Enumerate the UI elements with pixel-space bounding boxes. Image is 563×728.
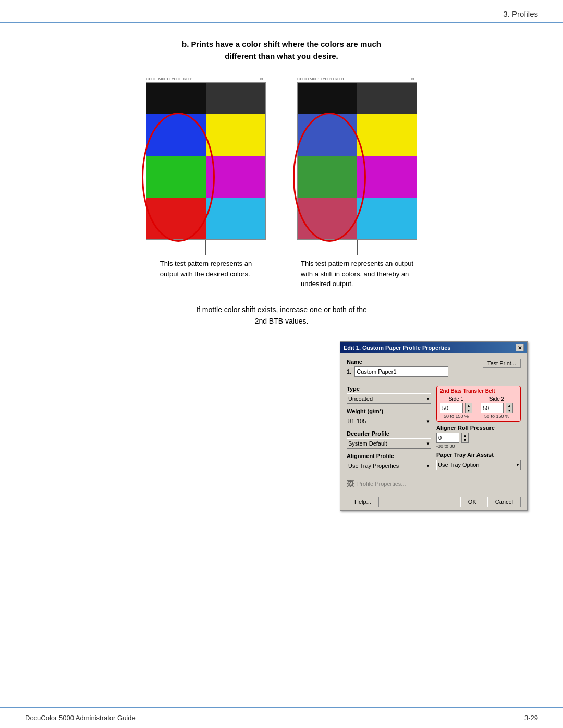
aligner-spin-down[interactable]: ▼ — [462, 438, 468, 442]
aligner-input[interactable] — [436, 433, 459, 443]
cell-cyan-right-2 — [357, 198, 417, 239]
type-select[interactable]: Uncoated — [347, 393, 431, 404]
side2-spinbox-row: ▲ ▼ — [481, 403, 513, 413]
cell-dark-right-2 — [357, 83, 417, 114]
aligner-section: Aligner Roll Pressure ▲ ▼ -30 to 30 — [436, 425, 521, 449]
aligner-spinbox-row: ▲ ▼ — [436, 433, 521, 443]
alignment-label: Alignment Profile — [347, 453, 431, 459]
intro-line2: different than what you desire. — [25, 51, 538, 63]
weight-section: Weight (g/m²) 81-105 ▼ — [347, 408, 431, 426]
aligner-spin-btns: ▲ ▼ — [461, 433, 469, 443]
cell-blue-faded-left — [298, 114, 357, 156]
caption-right-line3: undesired output. — [301, 280, 353, 288]
side2-range: 50 to 150 % — [484, 414, 509, 419]
side1-input[interactable] — [440, 403, 463, 413]
name-input-row: 1. — [347, 366, 448, 377]
header-title: 3. Profiles — [503, 9, 538, 18]
weight-select[interactable]: 81-105 — [347, 416, 431, 426]
aligner-label: Aligner Roll Pressure — [436, 425, 521, 431]
alignment-select-wrapper: Use Tray Properties ▼ — [347, 461, 431, 471]
type-label: Type — [347, 386, 431, 392]
side2-label: Side 2 — [489, 396, 504, 402]
pattern-caption-right: This test pattern represents an output w… — [301, 258, 413, 289]
arrow-line-right — [357, 240, 358, 255]
pattern-left: C001+M001+Y001+K001 I&L This test — [146, 77, 266, 279]
name-number: 1. — [347, 368, 351, 375]
caption-right-line2: with a shift in colors, and thereby an — [301, 270, 409, 278]
cell-magenta-right — [206, 156, 265, 198]
type-select-wrapper: Uncoated ▼ — [347, 393, 431, 404]
dialog-body: Name 1. Test Print... — [340, 353, 527, 493]
name-label: Name — [347, 359, 448, 365]
right-col: 2nd Bias Transfer Belt Side 1 ▲ ▼ — [436, 386, 521, 475]
top-label-right-right: I&L — [411, 77, 417, 81]
side1-spinbox-row: ▲ ▼ — [440, 403, 472, 413]
top-label-right-left: C001+M001+Y001+K001 — [297, 77, 345, 81]
grid-top-labels-right: C001+M001+Y001+K001 I&L — [297, 77, 417, 81]
side2-input[interactable] — [481, 403, 504, 413]
body-line1: If mottle color shift exists, increase o… — [25, 304, 538, 315]
cell-red-faded-left — [298, 198, 357, 239]
alignment-section: Alignment Profile Use Tray Properties ▼ — [347, 453, 431, 471]
test-print-button[interactable]: Test Print... — [483, 359, 521, 368]
pattern-right: C001+M001+Y001+K001 I&L This test — [297, 77, 417, 289]
dialog-wrapper: Edit 1. Custom Paper Profile Properties … — [25, 341, 528, 511]
cell-yellow-right — [206, 114, 265, 156]
side2-spin-up[interactable]: ▲ — [506, 403, 512, 408]
type-section: Type Uncoated ▼ — [347, 386, 431, 404]
top-label-left-right: I&L — [260, 77, 266, 81]
alignment-select[interactable]: Use Tray Properties — [347, 461, 431, 471]
side1-range: 50 to 150 % — [444, 414, 469, 419]
side1-spin-up[interactable]: ▲ — [466, 403, 472, 408]
ok-button[interactable]: OK — [460, 497, 484, 507]
dialog-bottom-row: Help... OK Cancel — [340, 493, 527, 510]
intro-line1: b. Prints have a color shift where the c… — [25, 39, 538, 51]
name-input[interactable] — [354, 366, 448, 377]
cell-red-left — [146, 198, 206, 239]
footer-right: 3-29 — [524, 714, 538, 722]
section-divider-1 — [347, 381, 521, 381]
color-grid-wrapper-left — [146, 82, 266, 240]
decurler-select-wrapper: System Default ▼ — [347, 438, 431, 449]
paper-tray-select[interactable]: Use Tray Option — [436, 460, 521, 470]
cell-yellow-right-2 — [357, 114, 417, 156]
grid-top-labels-left: C001+M001+Y001+K001 I&L — [146, 77, 266, 81]
btb-title: 2nd Bias Transfer Belt — [440, 388, 517, 394]
decurler-section: Decurler Profile System Default ▼ — [347, 430, 431, 449]
main-content: b. Prints have a color shift where the c… — [0, 23, 563, 532]
top-label-left-left: C001+M001+Y001+K001 — [146, 77, 193, 81]
cell-black-left-2 — [298, 83, 357, 114]
weight-select-wrapper: 81-105 ▼ — [347, 416, 431, 426]
paper-tray-section: Paper Tray Air Assist Use Tray Option ▼ — [436, 452, 521, 470]
weight-label: Weight (g/m²) — [347, 408, 431, 414]
color-grid-right — [297, 82, 417, 240]
cell-green-left — [146, 156, 206, 198]
body-text: If mottle color shift exists, increase o… — [25, 304, 538, 327]
name-section: Name 1. Test Print... — [347, 359, 521, 377]
caption-left-line2: output with the desired colors. — [160, 270, 250, 278]
cell-blue-left — [146, 114, 206, 156]
paper-tray-label: Paper Tray Air Assist — [436, 452, 521, 458]
cell-magenta-right-2 — [357, 156, 417, 198]
help-button[interactable]: Help... — [347, 497, 379, 507]
decurler-select[interactable]: System Default — [347, 438, 431, 449]
profile-properties-row: 🖼 Profile Properties... — [347, 479, 521, 488]
footer-left: DocuColor 5000 Administrator Guide — [25, 714, 136, 722]
profile-properties-label: Profile Properties... — [357, 480, 406, 487]
dialog-close-button[interactable]: ✕ — [516, 344, 524, 351]
side1-spin-btns: ▲ ▼ — [465, 403, 472, 413]
aligner-spin-up[interactable]: ▲ — [462, 433, 468, 438]
body-line2: 2nd BTB values. — [25, 315, 538, 327]
caption-right-line1: This test pattern represents an output — [301, 260, 413, 267]
side2-spin-down[interactable]: ▼ — [506, 408, 512, 413]
intro-text: b. Prints have a color shift where the c… — [25, 39, 538, 62]
cell-dark-right — [206, 83, 265, 114]
name-left: Name 1. — [347, 359, 448, 377]
side1-label: Side 1 — [449, 396, 463, 402]
side1-spin-down[interactable]: ▼ — [466, 408, 472, 413]
aligner-range: -30 to 30 — [436, 443, 521, 449]
cancel-button[interactable]: Cancel — [487, 497, 521, 507]
pattern-caption-left: This test pattern represents an output w… — [160, 258, 252, 279]
dialog-titlebar: Edit 1. Custom Paper Profile Properties … — [340, 342, 527, 353]
color-grid-left — [146, 82, 266, 240]
